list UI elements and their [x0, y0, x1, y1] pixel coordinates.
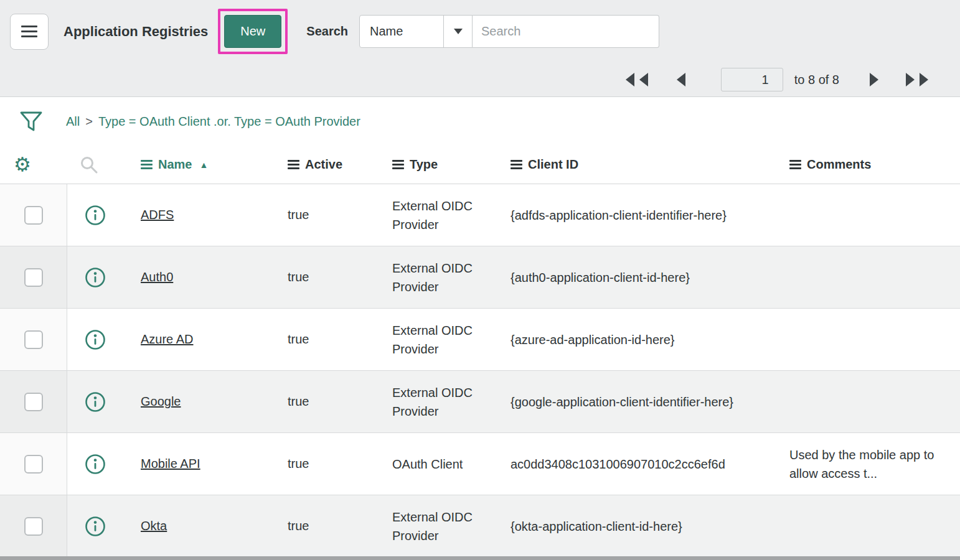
row-checkbox[interactable]: [24, 206, 43, 225]
record-link[interactable]: Azure AD: [141, 332, 193, 347]
double-right-arrow-icon: [904, 72, 933, 88]
info-icon[interactable]: [85, 329, 106, 350]
active-cell: true: [288, 246, 392, 308]
column-search-cell: [67, 146, 141, 184]
column-header-label: Name: [158, 157, 192, 172]
comments-cell: [789, 184, 960, 246]
next-page-button[interactable]: [867, 72, 882, 88]
client-id-cell: {okta-application-client-id-here}: [511, 495, 789, 557]
page-number-input[interactable]: [721, 68, 783, 91]
column-menu-icon: [392, 160, 404, 169]
type-cell: External OIDC Provider: [392, 495, 511, 557]
comments-cell: [789, 495, 960, 557]
type-cell: External OIDC Provider: [392, 246, 511, 308]
row-select-cell: [0, 184, 67, 246]
comments-cell: [789, 309, 960, 370]
filter-funnel-icon[interactable]: [19, 110, 44, 133]
left-arrow-icon: [674, 72, 689, 88]
record-link[interactable]: Mobile API: [141, 457, 200, 471]
row-preview-cell: [67, 495, 141, 557]
info-icon[interactable]: [85, 516, 106, 537]
row-preview-cell: [67, 433, 141, 495]
previous-page-button[interactable]: [674, 72, 689, 88]
sort-asc-icon: ▲: [199, 160, 208, 170]
row-checkbox[interactable]: [24, 330, 43, 349]
table-row: Okta true External OIDC Provider {okta-a…: [0, 495, 960, 558]
first-page-button[interactable]: [621, 72, 650, 88]
page-title: Application Registries: [64, 24, 208, 40]
name-cell: Google: [141, 371, 288, 432]
new-button-highlight: New: [218, 9, 288, 54]
search-icon[interactable]: [80, 156, 98, 174]
column-menu-icon: [511, 160, 522, 169]
gear-icon[interactable]: ⚙: [14, 155, 31, 174]
active-cell: true: [288, 184, 392, 246]
column-header-client-id[interactable]: Client ID: [511, 146, 789, 184]
info-icon[interactable]: [85, 267, 106, 288]
row-checkbox[interactable]: [24, 393, 43, 411]
info-icon[interactable]: [85, 454, 106, 475]
row-select-cell: [0, 495, 67, 557]
column-menu-icon: [789, 160, 801, 169]
row-preview-cell: [67, 184, 141, 246]
row-checkbox[interactable]: [24, 268, 43, 287]
search-column-select[interactable]: Name: [359, 15, 473, 48]
filter-breadcrumb-row: All>Type = OAuth Client .or. Type = OAut…: [0, 97, 960, 146]
active-cell: true: [288, 433, 392, 495]
breadcrumb: All>Type = OAuth Client .or. Type = OAut…: [66, 114, 360, 129]
row-preview-cell: [67, 309, 141, 370]
client-id-cell: {azure-ad-application-id-here}: [511, 309, 789, 370]
breadcrumb-filter-link[interactable]: Type = OAuth Client .or. Type = OAuth Pr…: [98, 114, 360, 128]
chevron-down-icon: [443, 16, 472, 47]
name-cell: Okta: [141, 495, 288, 557]
search-input[interactable]: [473, 15, 659, 48]
column-header-label: Active: [305, 157, 342, 172]
breadcrumb-all-link[interactable]: All: [66, 114, 80, 128]
row-select-cell: [0, 371, 67, 432]
record-link[interactable]: Auth0: [141, 270, 173, 284]
client-id-cell: ac0dd3408c1031006907010c2cc6ef6d: [511, 433, 789, 495]
client-id-cell: {adfds-application-client-identifier-her…: [511, 184, 789, 246]
record-link[interactable]: ADFS: [141, 208, 174, 222]
new-button[interactable]: New: [224, 15, 281, 48]
client-id-cell: {auth0-application-client-id-here}: [511, 246, 789, 308]
search-label: Search: [306, 24, 348, 39]
personalize-cell: ⚙: [0, 146, 67, 184]
row-select-cell: [0, 246, 67, 308]
name-cell: ADFS: [141, 184, 288, 246]
name-cell: Azure AD: [141, 309, 288, 370]
row-checkbox[interactable]: [24, 517, 43, 536]
comments-cell: [789, 246, 960, 308]
column-header-active[interactable]: Active: [288, 146, 392, 184]
client-id-cell: {google-application-client-identifier-he…: [511, 371, 789, 432]
last-page-button[interactable]: [904, 72, 933, 88]
row-checkbox[interactable]: [24, 455, 43, 474]
row-preview-cell: [67, 246, 141, 308]
pagination-range-label: to 8 of 8: [794, 73, 839, 87]
list-header: Application Registries New Search Name t…: [0, 0, 960, 97]
table-row: Mobile API true OAuth Client ac0dd3408c1…: [0, 433, 960, 495]
name-cell: Mobile API: [141, 433, 288, 495]
row-select-cell: [0, 433, 67, 495]
double-left-arrow-icon: [621, 72, 650, 88]
active-cell: true: [288, 309, 392, 370]
info-icon[interactable]: [85, 391, 106, 413]
table-row: Google true External OIDC Provider {goog…: [0, 371, 960, 433]
type-cell: External OIDC Provider: [392, 309, 511, 370]
application-registries-table: ⚙ Name ▲ Active Type Client ID: [0, 146, 960, 558]
hamburger-menu-button[interactable]: [10, 14, 49, 50]
column-menu-icon: [288, 160, 299, 169]
record-link[interactable]: Google: [141, 394, 181, 409]
table-row: Auth0 true External OIDC Provider {auth0…: [0, 246, 960, 309]
search-bar: Name: [359, 15, 659, 48]
type-cell: External OIDC Provider: [392, 371, 511, 432]
record-link[interactable]: Okta: [141, 519, 167, 533]
column-header-label: Client ID: [528, 157, 578, 172]
active-cell: true: [288, 371, 392, 432]
table-row: Azure AD true External OIDC Provider {az…: [0, 309, 960, 371]
column-header-name[interactable]: Name ▲: [141, 146, 288, 184]
column-menu-icon: [141, 160, 153, 169]
info-icon[interactable]: [85, 205, 106, 226]
column-header-comments[interactable]: Comments: [789, 146, 960, 184]
column-header-type[interactable]: Type: [392, 146, 511, 184]
